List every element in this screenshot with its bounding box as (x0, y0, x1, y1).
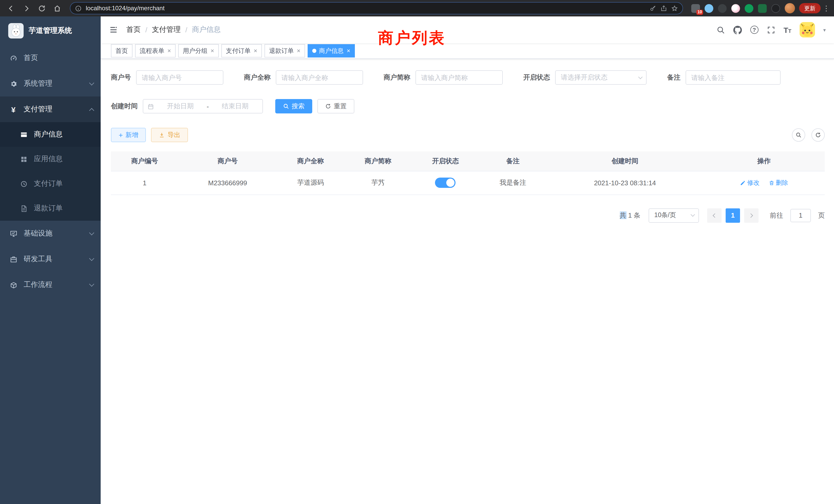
tab-process-form[interactable]: 流程表单× (135, 44, 176, 58)
sidebar-item-devtools[interactable]: 研发工具 (0, 246, 101, 272)
prev-page-button[interactable] (707, 208, 722, 223)
sidebar-item-system[interactable]: 系统管理 (0, 71, 101, 96)
extension-icon[interactable] (758, 4, 767, 13)
extension-icon[interactable] (745, 4, 753, 13)
address-bar[interactable]: localhost:1024/pay/merchant (70, 2, 683, 14)
goto-unit: 页 (818, 211, 825, 220)
hamburger-icon[interactable] (109, 25, 118, 35)
cell-seq: 1 (111, 171, 178, 194)
font-size-icon[interactable]: TT (784, 25, 791, 34)
search-icon (795, 132, 802, 138)
status-toggle[interactable] (435, 178, 456, 188)
sidebar-item-pay-order[interactable]: 支付订单 (0, 171, 101, 196)
user-avatar[interactable] (799, 22, 815, 38)
col-create-time: 创建时间 (547, 152, 703, 171)
caret-down-icon[interactable]: ▾ (823, 27, 826, 32)
cell-short-name: 芋艿 (344, 171, 412, 194)
sidebar-item-workflow[interactable]: 工作流程 (0, 272, 101, 298)
monitor-icon (9, 229, 18, 238)
browser-forward-icon[interactable] (20, 2, 33, 15)
date-range-picker[interactable]: 开始日期 - 结束日期 (143, 99, 263, 113)
breadcrumb-current: 商户信息 (192, 25, 221, 35)
extension-icon[interactable] (771, 4, 780, 13)
download-icon (159, 132, 165, 138)
merchant-no-input[interactable] (136, 70, 223, 85)
col-remark: 备注 (479, 152, 547, 171)
status-select[interactable]: 请选择开启状态 (555, 70, 646, 85)
goto-page-input[interactable] (790, 209, 811, 222)
browser-menu-icon[interactable]: ⋮ (823, 4, 830, 12)
extension-icon[interactable]: 10 (691, 4, 700, 13)
delete-link[interactable]: 删除 (769, 178, 788, 187)
extension-icon[interactable] (731, 4, 740, 13)
sidebar-item-merchant-info[interactable]: 商户信息 (0, 122, 101, 147)
edit-icon (740, 180, 746, 186)
page-size-select[interactable]: 10条/页 (649, 208, 699, 223)
chevron-down-icon (89, 256, 94, 261)
browser-home-icon[interactable] (50, 2, 64, 15)
browser-back-icon[interactable] (4, 2, 18, 15)
tab-home[interactable]: 首页 (111, 44, 132, 58)
export-button[interactable]: 导出 (151, 128, 188, 142)
page-number-1[interactable]: 1 (726, 208, 740, 223)
tab-merchant-info[interactable]: 商户信息× (308, 44, 355, 58)
close-icon[interactable]: × (297, 48, 301, 54)
chevron-left-icon (713, 213, 717, 217)
tab-user-group[interactable]: 用户分组× (178, 44, 219, 58)
add-button[interactable]: + 新增 (111, 128, 146, 142)
chevron-down-icon (89, 230, 94, 235)
github-icon[interactable] (733, 25, 742, 34)
breadcrumb-pay[interactable]: 支付管理 (152, 25, 181, 35)
cell-create-time: 2021-10-23 08:31:14 (547, 171, 703, 194)
refresh-icon (325, 103, 331, 109)
pagination: 共 1 条 10条/页 1 前往 页 (111, 208, 825, 223)
bookmark-star-icon[interactable] (671, 5, 678, 12)
toggle-search-button[interactable] (792, 128, 805, 142)
sidebar-item-app-info[interactable]: 应用信息 (0, 147, 101, 171)
pagination-total: 共 1 条 (620, 211, 640, 220)
browser-reload-icon[interactable] (35, 2, 48, 15)
dashboard-icon (9, 54, 18, 62)
site-info-icon[interactable] (75, 5, 82, 12)
sidebar-item-home[interactable]: 首页 (0, 45, 101, 71)
key-icon[interactable] (650, 5, 656, 12)
reset-button[interactable]: 重置 (317, 99, 354, 113)
browser-update-button[interactable]: 更新 (799, 3, 821, 13)
sidebar-item-pay[interactable]: ¥ 支付管理 (0, 96, 101, 122)
chevron-down-icon (691, 212, 695, 217)
help-icon[interactable]: ? (750, 26, 758, 34)
close-icon[interactable]: × (254, 48, 257, 54)
next-page-button[interactable] (744, 208, 759, 223)
sidebar-item-infra[interactable]: 基础设施 (0, 221, 101, 246)
clock-icon (20, 180, 28, 188)
search-button[interactable]: 搜索 (275, 99, 312, 113)
col-full-name: 商户全称 (277, 152, 344, 171)
browser-profile-avatar[interactable] (785, 3, 795, 13)
short-name-label: 商户简称 (383, 73, 410, 82)
tab-refund-order[interactable]: 退款订单× (264, 44, 305, 58)
extension-icon[interactable] (705, 4, 713, 13)
app-title: 芋道管理系统 (29, 26, 72, 36)
full-name-input[interactable] (276, 70, 363, 85)
fullscreen-icon[interactable] (766, 25, 775, 34)
sidebar-logo[interactable]: 芋道管理系统 (0, 17, 101, 45)
short-name-input[interactable] (415, 70, 503, 85)
search-icon[interactable] (716, 25, 725, 34)
extension-icon[interactable] (718, 4, 727, 13)
sidebar-item-refund-order[interactable]: 退款订单 (0, 196, 101, 221)
merchant-table: 商户编号 商户号 商户全称 商户简称 开启状态 备注 创建时间 操作 1 (111, 152, 825, 195)
share-icon[interactable] (660, 5, 667, 12)
remark-input[interactable] (686, 70, 781, 85)
edit-link[interactable]: 修改 (740, 178, 760, 187)
chevron-right-icon (749, 213, 753, 217)
create-time-label: 创建时间 (111, 101, 138, 111)
refresh-table-button[interactable] (811, 128, 825, 142)
tab-pay-order[interactable]: 支付订单× (221, 44, 262, 58)
close-icon[interactable]: × (211, 48, 214, 54)
cell-full-name: 芋道源码 (277, 171, 344, 194)
close-icon[interactable]: × (347, 48, 350, 54)
close-icon[interactable]: × (168, 48, 171, 54)
col-actions: 操作 (703, 152, 825, 171)
remark-label: 备注 (667, 73, 680, 82)
breadcrumb-home[interactable]: 首页 (126, 25, 141, 35)
